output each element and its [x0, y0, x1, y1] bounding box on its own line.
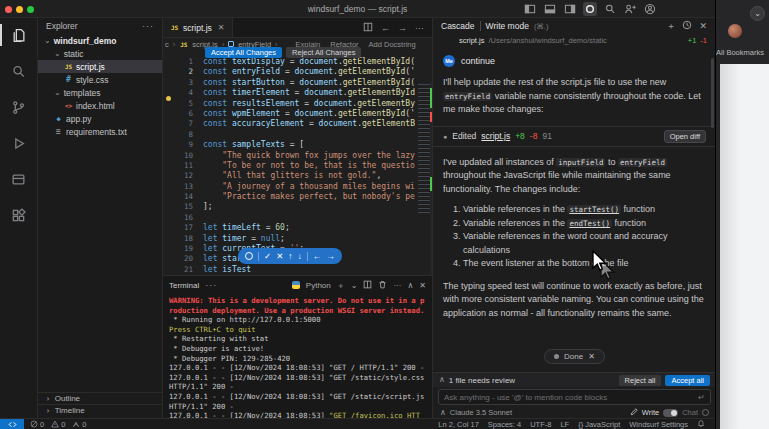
all-bookmarks-label[interactable]: All Bookmarks	[716, 48, 769, 57]
tab-script-js[interactable]: JS script.js ✕	[163, 18, 233, 37]
search-icon[interactable]	[603, 2, 617, 16]
code-line[interactable]: ];	[203, 202, 416, 212]
tree-item-app.py[interactable]: ◆app.py	[38, 112, 162, 125]
accept-all-changes-button[interactable]: Accept All Changes	[205, 47, 282, 58]
reject-suggestion-icon[interactable]: ✕	[276, 251, 283, 261]
toggle-secondary-sidebar-icon[interactable]	[563, 2, 577, 16]
write-mode-toggle[interactable]	[663, 409, 678, 417]
remote-indicator[interactable]	[0, 419, 24, 429]
shell-label[interactable]: Python	[306, 281, 331, 290]
terminal-output[interactable]: WARNING: This is a development server. D…	[169, 296, 427, 429]
code-line[interactable]: let isTest	[203, 265, 416, 275]
toggle-panel-icon[interactable]	[543, 2, 557, 16]
background-browser-window[interactable]: ⌄ All Bookmarks	[715, 0, 769, 429]
open-diff-button[interactable]: Open diff	[664, 130, 706, 143]
code-line[interactable]: const wpmElement = document.getElementBy…	[203, 109, 416, 119]
tree-item-windsurf_demo[interactable]: ⌄windsurf_demo	[38, 34, 162, 47]
editor-more-actions-icon[interactable]: ···	[415, 23, 424, 33]
new-terminal-icon[interactable]: ＋	[337, 280, 345, 291]
warnings-indicator[interactable]: 0	[51, 420, 65, 429]
navigate-forward-icon[interactable]: →	[398, 23, 407, 33]
code-line[interactable]: "To be or not to be, that is the questio	[203, 161, 416, 171]
code-line[interactable]	[203, 213, 416, 223]
code-line[interactable]	[203, 130, 416, 140]
code-line[interactable]: const timerElement = document.getElement…	[203, 88, 416, 98]
inline-code[interactable]: endTest()	[567, 219, 612, 228]
tree-item-requirements.txt[interactable]: ≡requirements.txt	[38, 125, 162, 138]
accept-all-button[interactable]: Accept all	[665, 375, 710, 386]
ports-indicator[interactable]: 0	[72, 420, 86, 429]
code-line[interactable]: const startButton = document.getElementB…	[203, 78, 416, 88]
outline-section[interactable]: ⌄Outline	[38, 392, 162, 404]
code-line[interactable]: const sampleTexts = [	[203, 140, 416, 150]
code-line[interactable]: const resultsElement = document.getEleme…	[203, 99, 416, 109]
account-icon[interactable]	[643, 2, 657, 16]
code-line[interactable]: const textDisplay = document.getElementB…	[203, 57, 416, 67]
cursor-position[interactable]: Ln 2, Col 17	[438, 420, 478, 429]
terminal-tab-more-icon[interactable]: ···	[205, 280, 217, 290]
next-change-icon[interactable]: ↓	[298, 251, 302, 261]
tree-item-script.js[interactable]: JSscript.js	[38, 60, 162, 73]
code-line[interactable]: "The quick brown fox jumps over the lazy	[203, 151, 416, 161]
model-selector[interactable]: Claude 3.5 Sonnet	[450, 408, 512, 417]
close-tab-icon[interactable]: ✕	[218, 23, 225, 32]
code-line[interactable]: "Practice makes perfect, but nobody's pe	[203, 192, 416, 202]
code-line[interactable]: "A journey of a thousand miles begins wi	[203, 182, 416, 192]
share-profile-icon[interactable]	[623, 2, 637, 16]
code-line[interactable]: "All that glitters is not gold.",	[203, 171, 416, 181]
breadcrumb-folder[interactable]: c	[165, 40, 169, 49]
notifications-bell-icon[interactable]	[697, 419, 705, 429]
prev-change-icon[interactable]: ↑	[288, 251, 292, 261]
terminal-tab[interactable]: Terminal	[169, 281, 199, 290]
terminal-dropdown-icon[interactable]: ⌄	[351, 281, 358, 290]
inline-code[interactable]: startTest()	[567, 205, 621, 214]
cascade-context-row[interactable]: script.js /Users/anshul/windsurf_demo/st…	[433, 34, 715, 47]
browser-profile-avatar[interactable]	[728, 24, 742, 38]
collapse-review-icon[interactable]: ∧	[439, 377, 445, 383]
toggle-sidebar-icon[interactable]	[523, 2, 537, 16]
indentation[interactable]: Spaces: 4	[488, 420, 521, 429]
done-pill[interactable]: Done ✕	[544, 349, 605, 364]
edited-file-link[interactable]: script.js	[481, 131, 510, 141]
maximize-panel-icon[interactable]: ∧	[407, 281, 413, 290]
cascade-input[interactable]	[444, 393, 698, 402]
accept-suggestion-icon[interactable]: ✓	[264, 251, 271, 261]
cascade-scrollbar[interactable]	[711, 58, 714, 128]
chat-mode-radio[interactable]	[702, 409, 709, 416]
tree-item-index.html[interactable]: <>index.html	[38, 99, 162, 112]
history-icon[interactable]	[682, 20, 692, 32]
close-panel-icon[interactable]: ✕	[419, 281, 426, 290]
remote-explorer-icon[interactable]	[0, 166, 38, 192]
split-terminal-icon[interactable]	[363, 280, 372, 291]
cascade-icon[interactable]	[583, 2, 597, 16]
code-line[interactable]: const accuracyElement = document.getElem…	[203, 119, 416, 129]
windsurf-settings[interactable]: Windsurf Settings	[629, 420, 688, 429]
add-docstring-action[interactable]: Add Docstring	[369, 40, 416, 49]
reject-all-changes-button[interactable]: Reject All Changes	[286, 47, 361, 58]
chevron-down-icon[interactable]: ⌄	[750, 6, 765, 21]
close-cascade-icon[interactable]: ✕	[699, 21, 707, 31]
source-control-icon[interactable]	[0, 94, 38, 120]
write-toggle-label[interactable]: Write	[642, 408, 659, 417]
tree-item-templates[interactable]: ⌄templates	[38, 86, 162, 99]
code-editor[interactable]: 123456789101112131415161718192021 const …	[163, 50, 432, 275]
left-arrow-icon[interactable]: ←	[313, 251, 322, 261]
search-sidebar-icon[interactable]	[0, 58, 38, 84]
navigate-back-icon[interactable]: ←	[381, 23, 390, 33]
language-mode[interactable]: {} JavaScript	[578, 420, 620, 429]
tree-item-static[interactable]: ⌄static	[38, 47, 162, 60]
explorer-more-actions-icon[interactable]: ···	[142, 21, 154, 31]
terminal-more-icon[interactable]: ···	[393, 281, 401, 290]
code-line[interactable]: let timer = null;	[203, 234, 416, 244]
right-arrow-icon[interactable]: →	[326, 251, 335, 261]
split-editor-icon[interactable]	[363, 22, 373, 34]
explorer-icon[interactable]	[0, 22, 38, 48]
timeline-section[interactable]: ⌄Timeline	[38, 404, 162, 416]
eol-sequence[interactable]: LF	[560, 420, 569, 429]
write-mode-label[interactable]: Write mode	[480, 21, 529, 31]
run-debug-icon[interactable]	[0, 130, 38, 156]
new-chat-icon[interactable]: ＋	[666, 20, 675, 33]
kill-terminal-icon[interactable]	[378, 280, 387, 291]
minimap[interactable]	[418, 84, 430, 214]
encoding[interactable]: UTF-8	[530, 420, 551, 429]
